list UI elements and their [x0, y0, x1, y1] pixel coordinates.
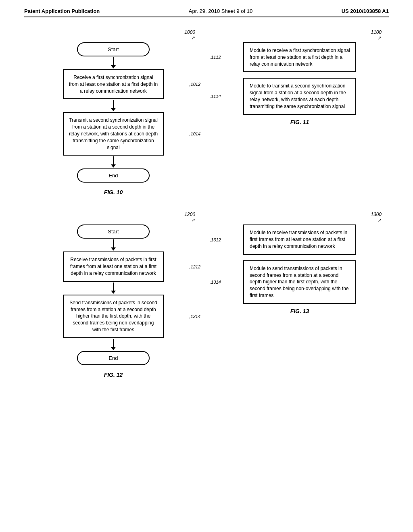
fig12-step1214-wrapper: Send transmissions of packets in second … [24, 295, 202, 338]
fig12-step1214: Send transmissions of packets in second … [63, 295, 164, 338]
fig11-module1114-text: Module to transmit a second synchronizat… [247, 78, 356, 114]
fig13-container: 1300 ↗ Module to receive transmissions o… [211, 212, 389, 378]
fig11-module1114-bar [243, 78, 247, 114]
fig12-caption: FIG. 12 [104, 372, 123, 378]
fig11-number: 1100 [371, 29, 382, 35]
fig10-end: End [77, 168, 150, 183]
fig12-container: 1200 ↗ Start Receive transmissions of pa… [24, 212, 202, 378]
fig13-module1312-bar [243, 224, 247, 254]
fig13-label1314: ,1314 [210, 280, 221, 285]
fig10-step1012-wrapper: Receive a first synchronization signal f… [24, 69, 202, 99]
fig12-end: End [77, 351, 150, 365]
fig10-arrow3 [111, 156, 116, 168]
fig13-modules: Module to receive transmissions of packe… [211, 224, 389, 303]
page: Patent Application Publication Apr. 29, … [0, 0, 413, 532]
fig11-label1114: ,1114 [210, 94, 221, 99]
fig10-label1012: ,1012 [189, 82, 200, 87]
fig10-caption: FIG. 10 [104, 189, 123, 195]
fig11-module1112-wrapper: Module to receive a first synchronizatio… [211, 42, 389, 72]
fig12-number: 1200 [184, 212, 195, 217]
fig11-module1112-bar [243, 42, 247, 72]
fig10-container: 1000 ↗ Start Receive a first synchroniza… [24, 29, 202, 195]
fig12-step1212-wrapper: Receive transmissions of packets in firs… [24, 251, 202, 281]
fig12-arrow1 [111, 239, 116, 251]
fig11-module1114: Module to transmit a second synchronizat… [243, 78, 356, 114]
fig10-step1014: Transmit a second synchronization signal… [63, 112, 164, 156]
fig13-module1312-text: Module to receive transmissions of packe… [247, 224, 356, 254]
fig12-arrow3 [111, 339, 116, 350]
fig12-label1214: ,1214 [189, 314, 200, 319]
header-right: US 2010/103858 A1 [342, 8, 389, 14]
header-center: Apr. 29, 2010 Sheet 9 of 10 [189, 8, 252, 14]
fig11-container: 1100 ↗ Module to receive a first synchro… [211, 29, 389, 195]
fig12-arrow-indicator: ↗ [191, 217, 195, 223]
fig12-arrow2 [111, 283, 116, 294]
fig11-arrow-indicator: ↗ [378, 35, 382, 41]
fig10-step1014-wrapper: Transmit a second synchronization signal… [24, 112, 202, 156]
figures-row-top: 1000 ↗ Start Receive a first synchroniza… [24, 29, 389, 195]
fig11-module1112: Module to receive a first synchronizatio… [243, 42, 356, 72]
fig12-start: Start [77, 224, 150, 239]
fig10-arrow-indicator: ↗ [191, 35, 195, 41]
fig13-module1314-wrapper: Module to send transmissions of packets … [211, 260, 389, 304]
fig11-modules: Module to receive a first synchronizatio… [211, 42, 389, 115]
fig10-step1012: Receive a first synchronization signal f… [63, 69, 164, 99]
fig11-module1112-text: Module to receive a first synchronizatio… [247, 42, 356, 72]
fig10-arrow1 [111, 57, 116, 69]
fig11-module1114-wrapper: Module to transmit a second synchronizat… [211, 78, 389, 114]
fig10-start: Start [77, 42, 150, 56]
fig12-flowchart: Start Receive transmissions of packets i… [24, 224, 202, 365]
fig10-label1014: ,1014 [189, 131, 200, 136]
fig12-label1212: ,1212 [189, 264, 200, 269]
fig13-module1312: Module to receive transmissions of packe… [243, 224, 356, 254]
fig11-label1112: ,1112 [210, 55, 221, 60]
fig10-arrow2 [111, 100, 116, 111]
fig13-caption: FIG. 13 [290, 308, 309, 314]
fig13-module1312-wrapper: Module to receive transmissions of packe… [211, 224, 389, 254]
fig10-number: 1000 [184, 29, 195, 35]
fig13-module1314-text: Module to send transmissions of packets … [247, 260, 356, 304]
figures-row-bottom: 1200 ↗ Start Receive transmissions of pa… [24, 212, 389, 378]
fig13-module1314-bar [243, 260, 247, 304]
fig13-label1312: ,1312 [210, 237, 221, 242]
fig12-step1212: Receive transmissions of packets in firs… [63, 251, 164, 281]
page-header: Patent Application Publication Apr. 29, … [24, 8, 389, 17]
fig13-number: 1300 [371, 212, 382, 217]
header-left: Patent Application Publication [24, 8, 100, 14]
fig11-caption: FIG. 11 [290, 119, 309, 125]
fig13-module1314: Module to send transmissions of packets … [243, 260, 356, 304]
fig13-arrow-indicator: ↗ [378, 217, 382, 223]
fig10-flowchart: Start Receive a first synchronization si… [24, 42, 202, 183]
